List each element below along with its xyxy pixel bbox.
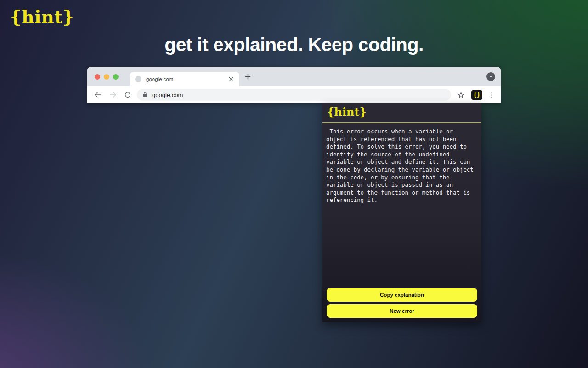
new-tab-button[interactable] [244,73,252,80]
marketing-background: {hint} get it explained. Keep coding. go… [0,0,588,368]
extension-badge-label: {} [473,92,480,98]
url-text: google.com [152,92,183,98]
browser-toolbar: google.com {} [87,86,501,103]
favicon [135,76,141,82]
divider [322,122,481,123]
address-bar[interactable]: google.com [137,89,451,101]
copy-explanation-button[interactable]: Copy explanation [327,288,477,302]
bookmark-star-icon[interactable] [457,91,465,99]
chevron-down-icon [488,74,494,80]
minimize-window-button[interactable] [104,74,109,80]
page-title: get it explained. Keep coding. [0,34,588,56]
hint-extension-button[interactable]: {} [471,90,482,100]
kebab-menu-icon[interactable] [488,92,495,98]
browser-window: google.com google.com {} [87,67,501,103]
zoom-window-button[interactable] [113,74,119,80]
tab-search-button[interactable] [486,72,495,81]
popup-logo: {hint} [326,106,478,119]
window-controls [95,74,119,80]
back-button[interactable] [94,91,102,99]
lock-icon [142,92,148,98]
reload-button[interactable] [124,91,131,98]
error-explanation-text: This error occurs when a variable or obj… [326,128,478,204]
close-tab-icon[interactable] [227,75,235,83]
popup-actions: Copy explanation New error [327,288,477,318]
brand-logo: {hint} [10,6,74,27]
forward-button[interactable] [109,91,117,99]
tab-title: google.com [146,76,227,82]
new-error-button[interactable]: New error [327,304,477,318]
extension-popup: {hint} This error occurs when a variable… [322,103,481,322]
close-window-button[interactable] [95,74,100,80]
browser-tab[interactable]: google.com [130,72,239,86]
browser-tab-strip: google.com [87,67,501,86]
